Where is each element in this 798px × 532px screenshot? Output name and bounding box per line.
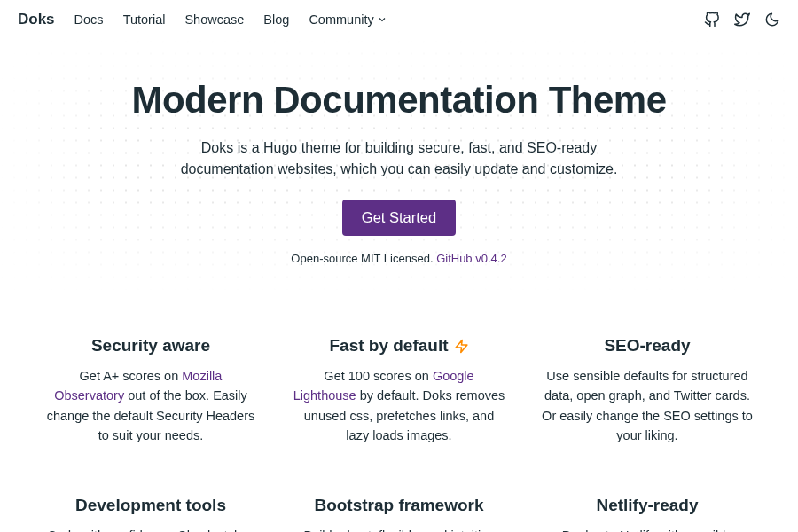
chevron-down-icon <box>377 14 387 25</box>
feature-desc: Build robust, flexible, and intuitive we… <box>293 526 505 532</box>
feature-title-text: Security aware <box>91 336 210 356</box>
feature-title-text: Bootstrap framework <box>314 496 483 515</box>
hero: Modern Documentation Theme Doks is a Hug… <box>0 39 798 292</box>
brand[interactable]: Doks <box>18 11 55 28</box>
feature-title: Fast by default <box>329 336 468 356</box>
license-prefix: Open-source MIT Licensed. <box>291 252 436 265</box>
nav-left: Doks Docs Tutorial Showcase Blog Communi… <box>18 11 387 28</box>
feature-title: SEO-ready <box>604 336 690 356</box>
feature-title: Bootstrap framework <box>314 496 483 515</box>
feature-desc-pre: Build robust, flexible, and intuitive we… <box>303 528 494 532</box>
hero-subtitle: Doks is a Hugo theme for building secure… <box>177 137 621 180</box>
feature-card: Fast by defaultGet 100 scores on Google … <box>293 336 505 446</box>
nav-link-blog[interactable]: Blog <box>263 12 289 27</box>
feature-title: Security aware <box>91 336 210 356</box>
feature-desc-pre: Use sensible defaults for structured dat… <box>542 369 753 442</box>
nav-link-community[interactable]: Community <box>309 12 387 27</box>
feature-desc-pre: Code with confidence. Check styles, scri… <box>46 528 255 532</box>
get-started-button[interactable]: Get Started <box>342 200 456 236</box>
bolt-icon <box>454 339 469 354</box>
features-grid: Security awareGet A+ scores on Mozilla O… <box>0 292 798 532</box>
feature-title-text: Fast by default <box>329 336 448 356</box>
feature-desc-pre: Get 100 scores on <box>324 369 433 383</box>
nav-link-tutorial[interactable]: Tutorial <box>123 12 166 27</box>
nav-link-showcase[interactable]: Showcase <box>184 12 244 27</box>
feature-title-text: Development tools <box>75 496 226 515</box>
svg-marker-0 <box>456 340 467 352</box>
feature-desc: Use sensible defaults for structured dat… <box>541 366 754 446</box>
nav-right <box>704 12 780 27</box>
feature-desc: Get A+ scores on Mozilla Observatory out… <box>44 366 257 446</box>
feature-title-text: Netlify-ready <box>596 496 698 515</box>
feature-desc: Get 100 scores on Google Lighthouse by d… <box>293 366 505 446</box>
feature-desc: Deploy to Netlify with sensible defaults… <box>541 526 754 532</box>
github-icon[interactable] <box>704 12 720 27</box>
nav-link-docs[interactable]: Docs <box>74 12 104 27</box>
twitter-icon[interactable] <box>734 12 750 27</box>
navbar: Doks Docs Tutorial Showcase Blog Communi… <box>0 0 798 39</box>
feature-card: Development toolsCode with confidence. C… <box>44 496 257 532</box>
hero-title: Modern Documentation Theme <box>106 79 692 121</box>
license-text: Open-source MIT Licensed. GitHub v0.4.2 <box>106 252 692 265</box>
feature-card: SEO-readyUse sensible defaults for struc… <box>541 336 754 446</box>
feature-title: Development tools <box>75 496 226 515</box>
feature-desc: Code with confidence. Check styles, scri… <box>44 526 257 532</box>
feature-title-text: SEO-ready <box>604 336 690 356</box>
feature-desc-pre: Deploy to Netlify with sensible defaults… <box>555 528 740 532</box>
nav-link-community-label: Community <box>309 12 373 27</box>
github-version-link[interactable]: GitHub v0.4.2 <box>436 252 507 265</box>
feature-card: Security awareGet A+ scores on Mozilla O… <box>44 336 257 446</box>
moon-icon[interactable] <box>764 12 780 27</box>
feature-card: Bootstrap frameworkBuild robust, flexibl… <box>293 496 505 532</box>
feature-desc-pre: Get A+ scores on <box>80 369 183 383</box>
feature-card: Netlify-readyDeploy to Netlify with sens… <box>541 496 754 532</box>
feature-title: Netlify-ready <box>596 496 698 515</box>
